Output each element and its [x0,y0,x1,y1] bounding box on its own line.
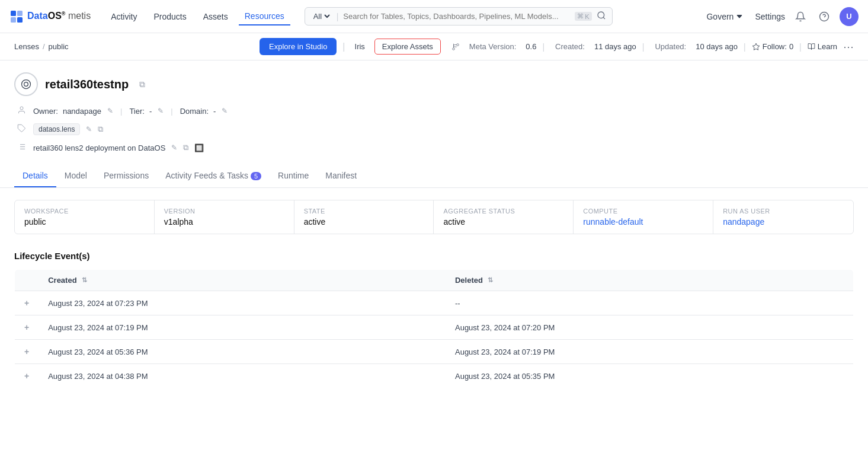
separator: | [342,42,345,52]
expand-row-button[interactable]: + [24,323,29,332]
follow-count: 0 [789,42,793,51]
created-cell: August 23, 2024 at 07:19 PM [39,315,446,340]
copy-icon[interactable]: ⧉ [139,79,145,90]
owner-edit-icon[interactable]: ✎ [107,107,113,115]
updated-label: Updated: [655,42,686,51]
deleted-cell: August 23, 2024 at 07:19 PM [446,340,854,364]
table-row: + August 23, 2024 at 05:36 PM August 23,… [15,340,854,364]
learn-label: Learn [818,42,837,51]
user-avatar[interactable]: U [840,7,859,26]
tab-model[interactable]: Model [56,165,95,187]
compute-cell: Compute runnable-default [574,200,713,234]
deleted-cell: -- [446,291,854,315]
state-label: State [304,208,424,215]
help-icon[interactable] [816,8,832,25]
tab-runtime[interactable]: Runtime [270,165,317,187]
table-row: + August 23, 2024 at 04:38 PM August 23,… [15,364,854,388]
breadcrumb-public[interactable]: public [49,42,69,51]
compute-value[interactable]: runnable-default [583,217,703,227]
created-info: Created: 11 days ago [555,42,636,51]
created-col-header: Created ⇅ [39,270,446,291]
action-bar: Explore in Studio | Iris Explore Assets … [69,38,854,55]
state-value: active [304,217,424,227]
tags-row: dataos.lens ✎ ⧉ [14,123,854,135]
workspace-value: public [24,217,145,227]
version-label: Version [164,208,284,215]
tab-details[interactable]: Details [14,165,56,187]
deleted-cell: August 23, 2024 at 07:20 PM [446,315,854,340]
tab-permissions[interactable]: Permissions [95,165,157,187]
lifecycle-section: Lifecycle Event(s) Created ⇅ Deleted ⇅ [14,251,854,388]
breadcrumb-lenses[interactable]: Lenses [14,42,39,51]
description-expand-icon[interactable]: ⧉ [183,143,188,152]
iris-button[interactable]: Iris [351,40,369,53]
version-cell: Version v1alpha [155,200,294,234]
svg-rect-3 [17,17,23,23]
meta-fields: Owner: nandapage ✎ | Tier: - ✎ | Domain:… [0,103,868,160]
nav-activity[interactable]: Activity [105,8,143,25]
tier-edit-icon[interactable]: ✎ [158,107,164,115]
meta-version-info: Meta Version: 0.6 [451,42,537,51]
svg-point-10 [20,107,23,110]
app-logo[interactable]: DataOS® metis [9,9,91,24]
created-value: 11 days ago [594,42,636,51]
nav-resources[interactable]: Resources [239,8,290,25]
description-text: retail360 lens2 deployment on DataOS [33,144,165,152]
svg-point-9 [22,80,31,89]
description-ai-icon[interactable]: 🔲 [194,144,204,152]
expand-row-button[interactable]: + [24,347,29,356]
tab-manifest[interactable]: Manifest [317,165,365,187]
version-icon [451,43,460,51]
lifecycle-table: Created ⇅ Deleted ⇅ + August 23, 2024 at… [14,269,854,388]
learn-button[interactable]: Learn [808,42,837,51]
tag-edit-icon[interactable]: ✎ [86,125,92,133]
deleted-cell: August 23, 2024 at 05:35 PM [446,364,854,388]
run-as-user-value[interactable]: nandapage [723,217,844,227]
search-bar: All | ⌘K [305,7,613,25]
nav-assets[interactable]: Assets [197,8,234,25]
tab-activity-feeds[interactable]: Activity Feeds & Tasks5 [157,165,270,187]
domain-edit-icon[interactable]: ✎ [222,107,228,115]
created-cell: August 23, 2024 at 04:38 PM [39,364,446,388]
domain-label: Domain: [180,107,209,116]
search-input[interactable] [343,12,570,21]
logo-icon [9,9,24,24]
expand-row-button[interactable]: + [24,298,29,308]
tag-chip: dataos.lens [33,123,80,135]
updated-value: 10 days ago [696,42,738,51]
search-filter-select[interactable]: All [311,11,332,21]
search-icon[interactable] [597,11,606,22]
nav-links: Activity Products Assets Resources [105,8,290,25]
meta-version-value: 0.6 [526,42,536,51]
tag-link-icon[interactable]: ⧉ [98,125,103,134]
star-icon [752,43,760,51]
follow-label: Follow: [763,42,787,51]
created-label: Created: [555,42,585,51]
workspace-label: Workspace [24,208,145,215]
nav-products[interactable]: Products [148,8,192,25]
deleted-col-header: Deleted ⇅ [446,270,854,291]
tabs-bar: Details Model Permissions Activity Feeds… [0,165,868,188]
tag-icon [14,124,28,135]
deleted-sort-icon[interactable]: ⇅ [488,276,493,284]
follow-button[interactable]: Follow: 0 [752,42,793,51]
resource-header: retail360testnp ⧉ [0,60,868,103]
govern-button[interactable]: Govern [702,9,748,24]
content-area: Workspace public Version v1alpha State a… [0,188,868,400]
meta-version-label: Meta Version: [469,42,517,51]
created-sort-icon[interactable]: ⇅ [82,276,87,284]
description-edit-icon[interactable]: ✎ [171,144,177,152]
notifications-icon[interactable] [792,8,809,25]
domain-value: - [213,107,216,116]
owner-value: nandapage [63,107,101,116]
lifecycle-title: Lifecycle Event(s) [14,251,854,261]
description-row: retail360 lens2 deployment on DataOS ✎ ⧉… [14,142,854,153]
settings-link[interactable]: Settings [755,12,785,21]
table-row: + August 23, 2024 at 07:23 PM -- [15,291,854,315]
explore-assets-button[interactable]: Explore Assets [374,39,441,55]
expand-row-button[interactable]: + [24,371,29,381]
tier-label: Tier: [129,107,145,116]
run-as-user-label: Run As User [723,208,844,215]
explore-studio-button[interactable]: Explore in Studio [260,38,337,55]
more-options-button[interactable]: ⋯ [843,42,854,52]
